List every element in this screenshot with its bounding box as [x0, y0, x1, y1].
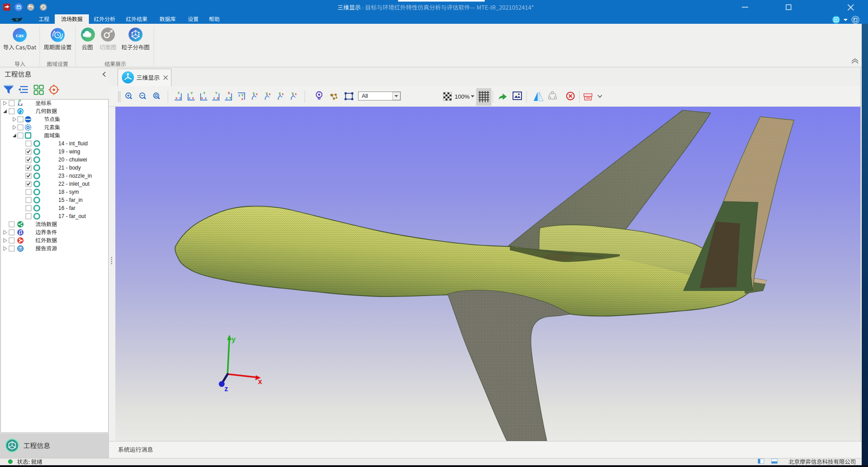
svg-text:x: x	[256, 92, 258, 96]
svg-text:All: All	[362, 93, 368, 99]
svg-text:Y: Y	[252, 92, 254, 96]
svg-text:19 - wing: 19 - wing	[58, 148, 80, 155]
svg-text:cas: cas	[16, 32, 23, 39]
svg-text:16 - far: 16 - far	[58, 205, 75, 211]
svg-text:X: X	[228, 91, 230, 95]
svg-text:Y: Y	[203, 91, 205, 95]
svg-text:Y: Y	[229, 96, 231, 100]
svg-text:z: z	[213, 96, 215, 100]
svg-text:18 - sym: 18 - sym	[58, 189, 79, 195]
svg-text:z: z	[18, 103, 19, 106]
svg-text:22 - inlet_out: 22 - inlet_out	[58, 181, 90, 187]
svg-text:x: x	[201, 96, 203, 100]
svg-text:Y: Y	[190, 91, 193, 95]
svg-text:x: x	[241, 97, 244, 101]
svg-text:x: x	[175, 96, 178, 100]
svg-text:Y: Y	[215, 91, 217, 95]
svg-text:Y: Y	[278, 92, 281, 96]
svg-text:Y: Y	[19, 99, 21, 102]
svg-text:23 - nozzle_in: 23 - nozzle_in	[58, 173, 92, 179]
svg-text:Y: Y	[291, 92, 294, 96]
svg-text:20 - chuiwei: 20 - chuiwei	[58, 157, 87, 163]
svg-text:x: x	[217, 96, 219, 100]
svg-text:17 - far_out: 17 - far_out	[58, 213, 86, 219]
svg-text:z: z	[238, 93, 240, 97]
svg-text:x: x	[295, 92, 297, 96]
svg-text:Y: Y	[265, 92, 267, 96]
svg-text:z: z	[189, 96, 190, 100]
svg-text:14 - int_fluid: 14 - int_fluid	[58, 140, 88, 147]
svg-text:Y: Y	[177, 91, 180, 95]
svg-text:15 - far_in: 15 - far_in	[58, 197, 83, 203]
svg-text:x: x	[269, 92, 271, 96]
svg-text:z: z	[226, 96, 228, 100]
svg-text:x: x	[21, 103, 23, 106]
svg-text:x: x	[192, 96, 194, 100]
svg-text:21 - body: 21 - body	[58, 165, 81, 171]
svg-text:z: z	[179, 96, 181, 100]
svg-text:z: z	[205, 96, 206, 100]
svg-text:x: x	[282, 92, 284, 96]
svg-text:100%: 100%	[455, 93, 470, 100]
